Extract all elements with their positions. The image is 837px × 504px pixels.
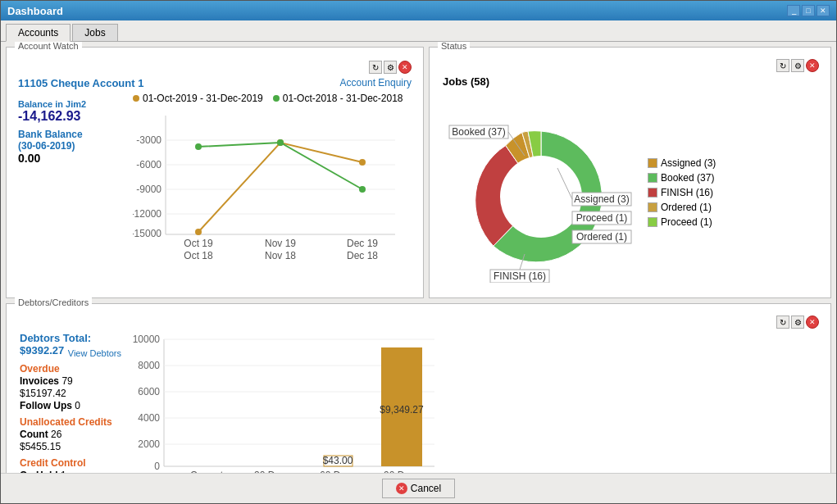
bottom-row: Debtors/Creditors ↻ ⚙ ✕ Debtors Total: $… xyxy=(6,303,831,473)
account-balances: Balance in Jim2 -14,162.93 Bank Balance … xyxy=(18,93,133,274)
debtors-panel: Debtors/Creditors ↻ ⚙ ✕ Debtors Total: $… xyxy=(6,303,831,473)
maximize-button[interactable]: □ xyxy=(802,5,815,16)
on-hold-value: 1 xyxy=(61,470,66,473)
svg-text:8000: 8000 xyxy=(138,360,160,371)
legend-assigned: Assigned (3) xyxy=(648,157,716,169)
svg-text:2000: 2000 xyxy=(138,438,160,450)
invoices-amount: $15197.42 xyxy=(20,388,121,399)
svg-text:Dec 18: Dec 18 xyxy=(347,250,378,261)
svg-text:Current: Current xyxy=(190,470,224,473)
debtors-close-btn[interactable]: ✕ xyxy=(806,316,819,329)
jobs-title: Jobs (58) xyxy=(443,75,817,88)
invoices-line: Invoices 79 xyxy=(20,375,121,387)
legend-ordered: Ordered (1) xyxy=(648,202,716,213)
status-refresh-btn[interactable]: ↻ xyxy=(776,59,789,72)
status-close-btn[interactable]: ✕ xyxy=(806,59,819,72)
balance-value: -14,162.93 xyxy=(18,109,133,124)
bar-chart-svg: 10000 8000 6000 4000 2000 0 xyxy=(131,335,443,473)
account-watch-panel: Account Watch ↻ ⚙ ✕ 11105 Cheque Account… xyxy=(6,47,424,298)
invoices-label: Invoices xyxy=(20,375,59,387)
status-panel-title: Status xyxy=(438,42,470,51)
legend-label-booked: Booked (37) xyxy=(661,172,714,184)
legend-dot-2018 xyxy=(273,95,280,102)
followups-line: Follow Ups 0 xyxy=(20,400,121,411)
account-watch-title: Account Watch xyxy=(15,42,82,51)
minimize-button[interactable]: ⎯ xyxy=(787,5,800,16)
count-label: Count xyxy=(20,429,48,440)
close-button[interactable]: ✕ xyxy=(817,5,830,16)
account-name: 11105 Cheque Account 1 xyxy=(18,77,143,89)
followups-count: 0 xyxy=(75,400,80,411)
overdue-section-label: Overdue xyxy=(20,363,121,375)
legend-label-finish: FINISH (16) xyxy=(661,187,713,198)
status-controls: ↻ ⚙ ✕ xyxy=(776,59,819,72)
account-watch-header: ↻ ⚙ ✕ xyxy=(13,61,416,74)
svg-text:30 Days: 30 Days xyxy=(254,470,290,473)
svg-point-23 xyxy=(500,156,582,238)
status-settings-btn[interactable]: ⚙ xyxy=(791,59,804,72)
unallocated-amount: $5455.15 xyxy=(20,441,121,452)
legend-dot-2019 xyxy=(133,95,139,102)
svg-text:-6000: -6000 xyxy=(136,159,161,170)
account-watch-settings-btn[interactable]: ⚙ xyxy=(384,61,397,74)
account-enquiry-link[interactable]: Account Enquiry xyxy=(340,77,412,89)
invoices-count: 79 xyxy=(61,375,72,387)
debtors-stats: Debtors Total: $9392.27 View Debtors Ove… xyxy=(13,332,128,473)
donut-chart-svg: Booked (37) FINISH (16) Assigned (3) xyxy=(443,102,639,283)
title-bar: Dashboard ⎯ □ ✕ xyxy=(1,1,836,20)
svg-text:0: 0 xyxy=(154,461,160,472)
svg-point-11 xyxy=(195,229,202,235)
account-watch-controls: ↻ ⚙ ✕ xyxy=(369,61,412,74)
svg-text:-12000: -12000 xyxy=(133,208,161,220)
count-line: Count 26 xyxy=(20,429,121,440)
svg-text:Assigned (3): Assigned (3) xyxy=(574,193,629,205)
credit-control-label: Credit Control xyxy=(20,457,121,469)
legend-item-2018: 01-Oct-2018 - 31-Dec-2018 xyxy=(273,93,403,104)
debtors-panel-title: Debtors/Creditors xyxy=(15,297,92,307)
debtors-settings-btn[interactable]: ⚙ xyxy=(791,316,804,329)
legend-item-2019: 01-Oct-2019 - 31-Dec-2019 xyxy=(133,93,263,104)
tabs-bar: Accounts Jobs xyxy=(1,20,836,42)
legend-proceed: Proceed (1) xyxy=(648,216,716,228)
status-header: ↻ ⚙ ✕ xyxy=(436,59,824,72)
debtors-header: ↻ ⚙ ✕ xyxy=(13,316,824,329)
svg-text:4000: 4000 xyxy=(138,412,160,424)
bank-balance-value: 0.00 xyxy=(18,152,133,165)
on-hold-line: On Hold 1 xyxy=(20,470,121,473)
legend-label-2018: 01-Oct-2018 - 31-Dec-2018 xyxy=(283,93,403,104)
svg-text:10000: 10000 xyxy=(133,335,161,345)
account-watch-refresh-btn[interactable]: ↻ xyxy=(369,61,382,74)
balance-in-label: Balance in Jim2 xyxy=(18,99,133,109)
status-panel: Status ↻ ⚙ ✕ Jobs (58) xyxy=(429,47,831,298)
debtors-refresh-btn[interactable]: ↻ xyxy=(776,316,789,329)
bank-balance-label: Bank Balance (30-06-2019) xyxy=(18,129,133,152)
svg-text:90 Days: 90 Days xyxy=(384,470,420,473)
donut-chart-container: Booked (37) FINISH (16) Assigned (3) xyxy=(443,102,639,283)
main-window: Dashboard ⎯ □ ✕ Accounts Jobs Account Wa… xyxy=(0,0,837,504)
main-content: Account Watch ↻ ⚙ ✕ 11105 Cheque Account… xyxy=(1,42,836,473)
svg-text:Dec 19: Dec 19 xyxy=(347,238,378,249)
donut-legend: Assigned (3) Booked (37) FINISH (16) xyxy=(648,157,716,228)
svg-text:Proceed (1): Proceed (1) xyxy=(576,212,628,224)
svg-text:Nov 18: Nov 18 xyxy=(265,250,296,261)
svg-text:Booked (37): Booked (37) xyxy=(452,126,505,138)
window-title: Dashboard xyxy=(7,5,63,17)
legend-color-finish xyxy=(648,188,657,198)
tab-accounts[interactable]: Accounts xyxy=(6,24,71,42)
tab-jobs[interactable]: Jobs xyxy=(72,24,117,41)
account-watch-close-btn[interactable]: ✕ xyxy=(398,61,412,74)
svg-text:Oct 19: Oct 19 xyxy=(184,238,213,249)
top-row: Account Watch ↻ ⚙ ✕ 11105 Cheque Account… xyxy=(6,47,831,298)
legend-color-booked xyxy=(648,173,657,183)
svg-point-16 xyxy=(359,186,366,193)
on-hold-label: On Hold xyxy=(20,470,58,473)
line-chart-svg: -3000 -6000 -9000 -12000 -15000 xyxy=(133,107,412,271)
followups-label: Follow Ups xyxy=(20,400,72,411)
legend-label-2019: 01-Oct-2019 - 31-Dec-2019 xyxy=(143,93,263,104)
count-value: 26 xyxy=(51,429,61,440)
account-chart: 01-Oct-2019 - 31-Dec-2019 01-Oct-2018 - … xyxy=(133,93,412,274)
cancel-label: Cancel xyxy=(411,483,441,494)
svg-text:-15000: -15000 xyxy=(133,228,161,239)
cancel-button[interactable]: ✕ Cancel xyxy=(382,479,455,498)
cancel-icon: ✕ xyxy=(396,483,407,494)
